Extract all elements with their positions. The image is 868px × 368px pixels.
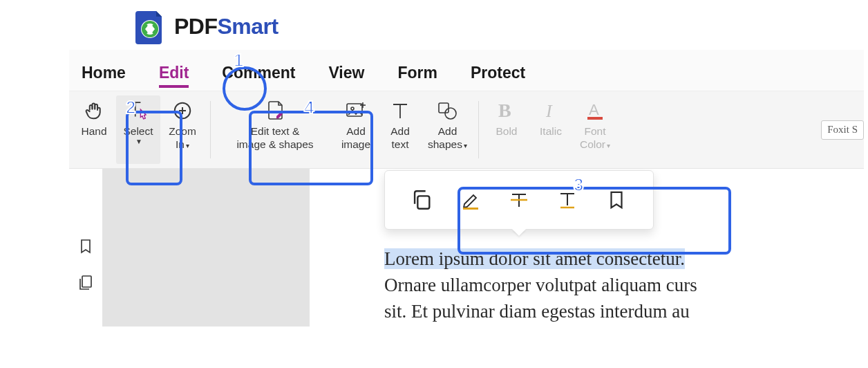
doc-line-3[interactable]: sit. Et pulvinar diam egestas interdum a… xyxy=(384,299,864,325)
bold-label: Bold xyxy=(496,125,517,138)
brand-logo-icon xyxy=(134,8,166,44)
font-name-value: Foxit S xyxy=(827,124,858,136)
select-tool-button[interactable]: Select ▼ xyxy=(116,95,160,164)
ribbon-separator xyxy=(478,101,479,158)
main-tabs: Home Edit Comment View Form Protect xyxy=(69,50,864,91)
workspace: Lorem ipsum dolor sit amet consectetur. … xyxy=(69,169,864,326)
select-label: Select xyxy=(123,125,153,138)
brand-name-b: Smart xyxy=(218,14,279,39)
svg-point-5 xyxy=(351,107,354,110)
font-color-button[interactable]: A Font Color▾ xyxy=(573,95,617,164)
bold-icon: B xyxy=(498,98,516,123)
tab-comment[interactable]: Comment xyxy=(222,64,295,85)
zoom-in-button[interactable]: Zoom In▾ xyxy=(160,95,205,164)
select-text-cursor-icon xyxy=(126,98,150,123)
document-view[interactable]: Lorem ipsum dolor sit amet consectetur. … xyxy=(310,169,864,326)
edit-text-image-shapes-button[interactable]: Edit text & image & shapes xyxy=(216,95,334,164)
svg-text:I: I xyxy=(545,101,553,121)
add-text-label: Add text xyxy=(390,125,410,151)
add-shapes-button[interactable]: Add shapes▾ xyxy=(422,95,473,164)
edit-text-image-shapes-label: Edit text & image & shapes xyxy=(236,125,313,151)
app-window: PDFSmart Home Edit Comment View Form Pro… xyxy=(69,0,864,346)
brand-name: PDFSmart xyxy=(174,14,279,39)
svg-text:B: B xyxy=(498,100,511,121)
brand-name-a: PDF xyxy=(174,14,218,39)
copy-button[interactable] xyxy=(408,186,435,214)
italic-label: Italic xyxy=(540,125,562,138)
svg-rect-16 xyxy=(463,208,478,210)
add-image-label: Add image xyxy=(341,125,370,151)
bookmark-button[interactable] xyxy=(603,186,630,214)
brand-header: PDFSmart xyxy=(69,0,864,50)
selection-context-toolbar xyxy=(384,170,654,230)
chevron-down-icon: ▾ xyxy=(186,142,189,149)
add-image-button[interactable]: Add image xyxy=(334,95,378,164)
svg-rect-14 xyxy=(82,276,91,287)
hand-label: Hand xyxy=(81,125,106,138)
hand-icon xyxy=(84,98,104,123)
zoom-in-label: Zoom In▾ xyxy=(169,125,196,151)
tab-view[interactable]: View xyxy=(328,64,364,85)
pages-panel-icon[interactable] xyxy=(77,274,94,291)
ribbon-toolbar: Hand Select ▼ Zoom In▾ xyxy=(69,91,864,169)
left-nav-panel xyxy=(69,169,102,326)
svg-rect-15 xyxy=(418,196,430,208)
thumbnail-strip xyxy=(102,169,310,326)
bold-button[interactable]: B Bold xyxy=(484,95,529,164)
italic-icon: I xyxy=(542,98,560,123)
ribbon-separator xyxy=(210,101,211,158)
add-text-button[interactable]: Add text xyxy=(378,95,422,164)
svg-text:A: A xyxy=(589,101,599,118)
chevron-down-icon: ▾ xyxy=(607,142,610,149)
zoom-in-icon xyxy=(172,98,193,123)
doc-line-2[interactable]: Ornare ullamcorper volutpat aliquam curs xyxy=(384,273,864,299)
font-color-icon: A xyxy=(585,98,605,123)
hand-tool-button[interactable]: Hand xyxy=(72,95,116,164)
doc-line-1[interactable]: Lorem ipsum dolor sit amet consectetur. xyxy=(384,246,864,273)
font-color-label: Font Color▾ xyxy=(580,125,610,151)
edit-page-icon xyxy=(264,98,286,123)
add-image-icon xyxy=(345,98,367,123)
selected-text[interactable]: Lorem ipsum dolor sit amet consectetur. xyxy=(384,248,685,269)
tab-home[interactable]: Home xyxy=(82,64,126,85)
italic-button[interactable]: I Italic xyxy=(529,95,573,164)
svg-point-9 xyxy=(445,108,456,119)
svg-rect-8 xyxy=(439,103,449,113)
add-text-icon xyxy=(390,98,410,123)
strikethrough-button[interactable] xyxy=(505,186,533,214)
chevron-down-icon: ▼ xyxy=(135,138,142,147)
add-shapes-icon xyxy=(436,98,458,123)
underline-text-button[interactable] xyxy=(554,186,581,214)
chevron-down-icon: ▾ xyxy=(464,142,467,149)
add-shapes-label: Add shapes▾ xyxy=(428,125,467,151)
highlight-button[interactable] xyxy=(457,186,484,214)
tab-form[interactable]: Form xyxy=(397,64,437,85)
tab-protect[interactable]: Protect xyxy=(471,64,525,85)
tab-edit[interactable]: Edit xyxy=(159,64,189,85)
font-name-selector[interactable]: Foxit S xyxy=(821,120,864,140)
svg-rect-13 xyxy=(587,117,603,120)
bookmarks-panel-icon[interactable] xyxy=(77,238,94,255)
